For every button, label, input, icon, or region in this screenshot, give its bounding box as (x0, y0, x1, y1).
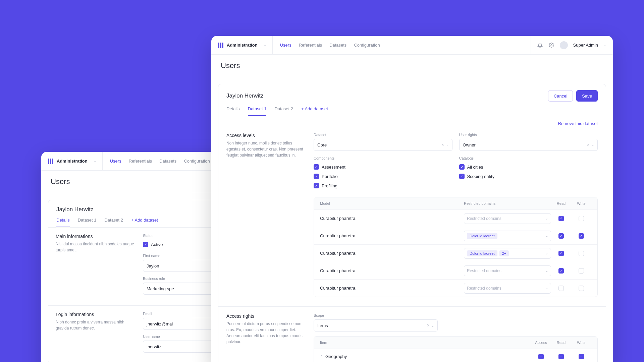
th-access: Access (531, 341, 551, 345)
access-check[interactable]: – (538, 354, 544, 359)
th-read: Read (551, 201, 571, 205)
dataset-label: Dataset (314, 133, 452, 137)
tab-dataset1[interactable]: Dataset 1 (78, 218, 97, 227)
write-check[interactable]: ✓ (579, 233, 584, 239)
nav-referentials[interactable]: Referentials (129, 159, 152, 164)
section-desc: Nisl dui massa tincidunt nibh sodales au… (56, 241, 136, 253)
user-card: Jaylon Herwitz Cancel Save Details Datas… (218, 84, 606, 362)
tab-details[interactable]: Details (226, 106, 240, 116)
restricted-domains-input[interactable]: Dolor id laoreet⌄ (464, 231, 551, 241)
table-row: Curabitur pharetraDolor id laoreet⌄✓✓ (314, 227, 597, 244)
table-row: Curabitur pharetraRestricted domains⌄✓✓ (314, 209, 597, 227)
domain-tag[interactable]: 2+ (499, 250, 509, 256)
chevron-down-icon[interactable]: ⌄ (603, 43, 606, 47)
section-desc: Nibh donec proin a viverra massa nibh gr… (56, 319, 136, 331)
section-title: Access rights (226, 313, 306, 319)
th-read: Read (551, 341, 571, 345)
component-check[interactable]: ✓Profiling (314, 181, 452, 190)
check-icon: ✓ (459, 174, 465, 179)
domain-tag[interactable]: Dolor id laoreet (467, 250, 497, 256)
chevron-down-icon: ⌄ (545, 217, 548, 220)
write-check[interactable]: ✓ (579, 286, 584, 291)
svg-point-0 (551, 45, 552, 46)
tab-dataset2[interactable]: Dataset 2 (274, 106, 293, 116)
nav-users[interactable]: Users (280, 43, 291, 48)
placeholder: Restricted domains (467, 216, 501, 221)
domain-tag[interactable]: Dolor id laoreet (467, 233, 497, 239)
write-check[interactable]: – (579, 354, 584, 359)
write-check[interactable]: ✓ (579, 251, 584, 256)
scope-select[interactable]: Items × ⌄ (314, 319, 438, 331)
model-cell: Curabitur pharetra (320, 251, 464, 256)
chevron-down-icon: ⌄ (431, 324, 434, 327)
read-check[interactable]: ✓ (558, 233, 564, 239)
check-icon: ✓ (143, 242, 148, 247)
chevron-down-icon: ⌄ (264, 43, 266, 47)
save-button[interactable]: Save (576, 90, 598, 102)
card-title: Jaylon Herwitz (226, 93, 264, 99)
scope-label: Scope (314, 313, 438, 317)
gear-icon[interactable] (548, 42, 554, 48)
tab-dataset2[interactable]: Dataset 2 (104, 218, 123, 227)
chevron-down-icon: ⌄ (545, 251, 548, 255)
component-check[interactable]: ✓Assessment (314, 162, 452, 172)
clear-icon[interactable]: × (439, 142, 446, 147)
nav-configuration[interactable]: Configuration (354, 43, 380, 48)
item-name-text: Geography (325, 354, 347, 359)
cancel-button[interactable]: Cancel (548, 90, 573, 102)
read-check[interactable]: ✓ (558, 251, 564, 256)
nav-datasets[interactable]: Datasets (329, 43, 346, 48)
nav-datasets[interactable]: Datasets (159, 159, 176, 164)
nav-users[interactable]: Users (110, 159, 121, 164)
nav-referentials[interactable]: Referentials (299, 43, 322, 48)
chevron-down-icon: ⌄ (591, 143, 594, 147)
brand[interactable]: Administration ⌄ (48, 152, 103, 170)
nav: Users Referentials Datasets Configuratio… (103, 152, 210, 170)
read-check[interactable]: ✓ (558, 216, 564, 221)
nav-configuration[interactable]: Configuration (184, 159, 210, 164)
page-title: Users (221, 61, 603, 70)
section-title: Login informations (56, 312, 136, 317)
restricted-domains-input[interactable]: Restricted domains⌄ (464, 213, 551, 224)
read-check[interactable]: – (558, 354, 564, 359)
logo-icon (48, 159, 53, 164)
clear-icon[interactable]: × (585, 142, 591, 147)
nav: Users Referentials Datasets Configuratio… (273, 36, 380, 54)
catalog-check[interactable]: ✓Scoping entity (459, 172, 598, 181)
tab-add[interactable]: + Add dataset (301, 106, 328, 116)
bell-icon[interactable] (537, 42, 543, 48)
rights-select[interactable]: Owner × ⌄ (459, 139, 598, 151)
clear-icon[interactable]: × (425, 323, 431, 328)
write-check[interactable]: ✓ (579, 216, 584, 221)
placeholder: Restricted domains (467, 286, 501, 291)
avatar[interactable] (560, 41, 568, 49)
write-check[interactable]: ✓ (579, 268, 584, 274)
tab-details[interactable]: Details (56, 218, 70, 227)
restricted-domains-input[interactable]: Dolor id laoreet2+⌄ (464, 248, 551, 259)
model-cell: Curabitur pharetra (320, 286, 464, 291)
rights-value: Owner (463, 142, 476, 147)
read-check[interactable]: ✓ (558, 268, 564, 274)
remove-dataset-link[interactable]: Remove this dataset (558, 121, 598, 126)
check-icon: ✓ (459, 164, 465, 170)
chevron-down-icon: ⌄ (446, 143, 449, 147)
component-check[interactable]: ✓Portfolio (314, 172, 452, 181)
expand-icon[interactable]: ⌃ (320, 355, 323, 358)
logo-icon (218, 43, 223, 48)
restricted-domains-input[interactable]: Restricted domains⌄ (464, 283, 551, 294)
tab-dataset1[interactable]: Dataset 1 (248, 106, 267, 116)
dataset-select[interactable]: Core × ⌄ (314, 139, 452, 151)
brand[interactable]: Administration ⌄ (218, 36, 273, 54)
section-title: Main informations (56, 234, 136, 239)
chevron-down-icon: ⌄ (545, 269, 548, 273)
chevron-down-icon: ⌄ (545, 234, 548, 238)
model-cell: Curabitur pharetra (320, 216, 464, 221)
card-actions: Cancel Save (548, 90, 598, 102)
section-title: Access levels (226, 133, 306, 138)
catalog-check[interactable]: ✓All cities (459, 162, 598, 172)
card-header: Jaylon Herwitz Cancel Save (218, 84, 606, 102)
read-check[interactable]: ✓ (558, 286, 564, 291)
tab-add[interactable]: + Add dataset (131, 218, 158, 227)
brand-label: Administration (227, 43, 258, 48)
restricted-domains-input[interactable]: Restricted domains⌄ (464, 265, 551, 276)
